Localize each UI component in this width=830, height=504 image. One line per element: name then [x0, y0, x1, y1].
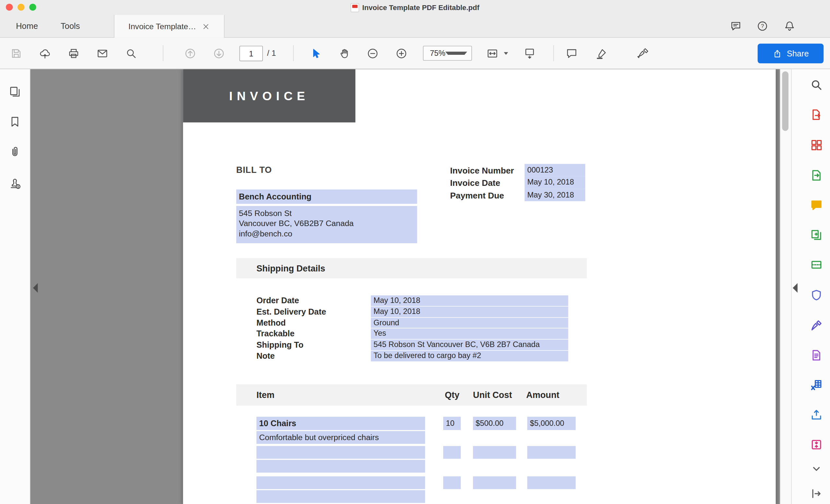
- item-qty-field[interactable]: 10: [443, 417, 461, 430]
- organize-pages-icon[interactable]: [807, 135, 825, 154]
- print-icon[interactable]: [64, 44, 83, 63]
- protect-shield-icon[interactable]: [807, 286, 825, 304]
- zoom-in-icon[interactable]: [392, 44, 411, 63]
- shipping-label: Note: [256, 351, 371, 361]
- invoice-number-field[interactable]: 000123: [524, 164, 585, 176]
- compress-pdf-icon[interactable]: [807, 435, 825, 453]
- method-field[interactable]: Ground: [371, 317, 568, 328]
- shipping-to-field[interactable]: 545 Robson St Vancouver BC, V6B 2B7 Cana…: [371, 340, 568, 350]
- collapse-left-panel-icon[interactable]: [33, 283, 38, 293]
- bill-to-address-field[interactable]: 545 Robson St Vancouver BC, V6B2B7 Canad…: [236, 206, 417, 243]
- order-date-field[interactable]: May 10, 2018: [371, 295, 568, 306]
- send-file-icon[interactable]: [807, 166, 825, 184]
- select-tool-icon[interactable]: [306, 44, 325, 63]
- email-icon[interactable]: [93, 44, 112, 63]
- item-description-field[interactable]: [256, 460, 425, 473]
- toolbar-separator: [293, 45, 294, 61]
- save-icon[interactable]: [6, 44, 26, 63]
- titlebar: Invoice Template PDF Editable.pdf: [0, 0, 830, 15]
- tab-document-label: Invoice Template…: [128, 22, 196, 31]
- fill-sign-icon[interactable]: [807, 316, 825, 335]
- tab-home[interactable]: Home: [16, 15, 38, 37]
- notifications-bell-icon[interactable]: [782, 18, 798, 34]
- sign-tool-icon[interactable]: [633, 44, 652, 63]
- item-qty-field[interactable]: [443, 446, 461, 459]
- tab-document[interactable]: Invoice Template…: [114, 15, 224, 38]
- highlight-tool-icon[interactable]: [592, 44, 611, 63]
- zoom-out-icon[interactable]: [363, 44, 382, 63]
- pdf-file-icon: [350, 3, 359, 12]
- previous-page-icon[interactable]: [180, 44, 199, 63]
- item-description-field[interactable]: Comfortable but overpriced chairs: [256, 431, 425, 444]
- document-canvas[interactable]: INVOICE BILL TO Bench Accounting 545 Rob…: [30, 69, 780, 504]
- acrobat-window: Invoice Template PDF Editable.pdf Home T…: [0, 0, 830, 504]
- send-for-review-icon[interactable]: [807, 405, 825, 423]
- more-tools-chevron-icon[interactable]: [807, 459, 825, 477]
- scroll-mode-icon[interactable]: [520, 44, 539, 63]
- delivery-date-field[interactable]: May 10, 2018: [371, 307, 568, 317]
- item-name-field[interactable]: [256, 476, 425, 489]
- item-unit-cost-field[interactable]: [473, 446, 516, 459]
- expand-tools-panel-icon[interactable]: [793, 283, 798, 293]
- window-title-area: Invoice Template PDF Editable.pdf: [0, 0, 830, 15]
- feedback-bubble-icon[interactable]: [728, 18, 744, 34]
- fit-width-icon[interactable]: [482, 44, 502, 63]
- note-field[interactable]: To be delivered to cargo bay #2: [371, 351, 568, 361]
- stamp-info-icon[interactable]: [6, 175, 24, 192]
- item-name-field[interactable]: [256, 446, 425, 459]
- combine-files-icon[interactable]: [807, 226, 825, 244]
- item-amount-field[interactable]: [527, 446, 575, 459]
- shipping-row: Method Ground: [256, 317, 568, 328]
- payment-due-field[interactable]: May 30, 2018: [524, 189, 585, 201]
- chevron-down-icon[interactable]: [504, 52, 508, 55]
- export-pdf-icon[interactable]: [807, 105, 825, 124]
- tools-panel-rail: [791, 69, 830, 504]
- bill-to-name-field[interactable]: Bench Accounting: [236, 189, 417, 204]
- item-amount-field[interactable]: $5,000.00: [527, 417, 575, 430]
- scan-ocr-icon[interactable]: [807, 256, 825, 274]
- item-amount-field[interactable]: [527, 476, 575, 489]
- item-unit-cost-field[interactable]: [473, 476, 516, 489]
- share-button[interactable]: Share: [758, 44, 824, 64]
- shipping-row: Order Date May 10, 2018: [256, 295, 568, 307]
- item-qty-field[interactable]: [443, 476, 461, 489]
- item-description-field[interactable]: [256, 490, 425, 503]
- bookmarks-icon[interactable]: [6, 114, 24, 131]
- invoice-meta-values: 000123 May 10, 2018 May 30, 2018: [524, 164, 585, 201]
- toolbar-separator: [553, 45, 554, 61]
- page-thumbnails-icon[interactable]: [6, 83, 24, 100]
- invoice-date-label: Invoice Date: [450, 177, 514, 189]
- comments-tool-icon[interactable]: [807, 196, 825, 214]
- page-number-input[interactable]: [239, 46, 263, 61]
- comment-tool-icon[interactable]: [562, 44, 581, 63]
- tab-tools[interactable]: Tools: [61, 15, 80, 37]
- export-excel-icon[interactable]: [807, 376, 825, 394]
- invoice-date-field[interactable]: May 10, 2018: [524, 177, 585, 189]
- item-unit-cost-field[interactable]: $500.00: [473, 417, 516, 430]
- chevron-down-icon: [445, 52, 467, 55]
- item-name-field[interactable]: 10 Chairs: [256, 417, 425, 430]
- help-icon[interactable]: ?: [755, 18, 770, 34]
- invoice-header-block: INVOICE: [183, 69, 356, 122]
- search-icon[interactable]: [121, 44, 140, 63]
- qty-column-header: Qty: [445, 384, 459, 406]
- search-tools-icon[interactable]: [807, 75, 825, 94]
- prepare-form-icon[interactable]: [807, 346, 825, 364]
- hide-pane-icon[interactable]: [807, 484, 825, 502]
- tab-bar: Home Tools Invoice Template… ?: [0, 15, 830, 38]
- scrollbar-thumb[interactable]: [782, 71, 789, 131]
- invoice-meta-labels: Invoice Number Invoice Date Payment Due: [450, 164, 514, 202]
- hand-tool-icon[interactable]: [334, 44, 354, 63]
- trackable-field[interactable]: Yes: [371, 328, 568, 339]
- close-tab-icon[interactable]: [201, 22, 210, 30]
- shipping-row: Est. Delivery Date May 10, 2018: [256, 307, 568, 317]
- bill-to-label: BILL TO: [236, 165, 272, 175]
- shipping-label: Order Date: [256, 295, 371, 307]
- attachments-paperclip-icon[interactable]: [6, 143, 24, 160]
- next-page-icon[interactable]: [209, 44, 228, 63]
- vertical-scrollbar[interactable]: [780, 69, 791, 504]
- shipping-row: Shipping To 545 Robson St Vancouver BC, …: [256, 340, 568, 351]
- shipping-row: Note To be delivered to cargo bay #2: [256, 351, 568, 361]
- cloud-upload-icon[interactable]: [35, 44, 54, 63]
- zoom-level-dropdown[interactable]: 75%: [423, 46, 472, 61]
